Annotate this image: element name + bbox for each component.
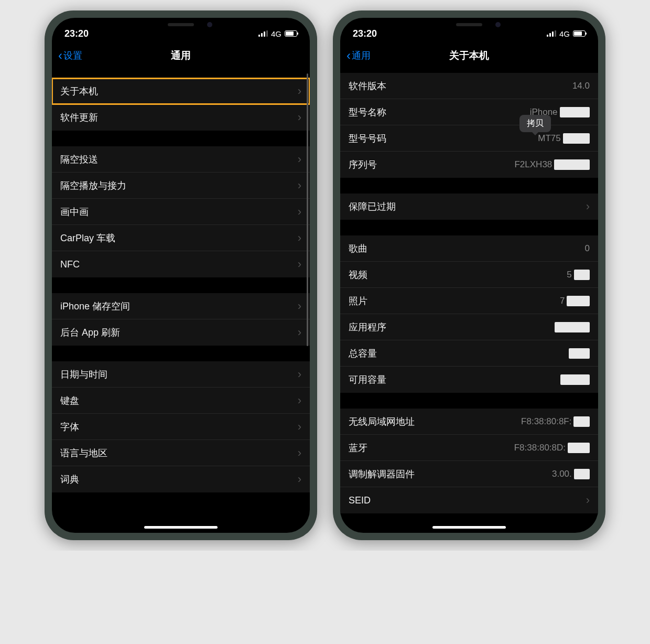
row-label: 蓝牙: [349, 442, 367, 454]
phone-screen-right: 23:20 4G ‹ 通用 关于本机 软件版本14.0型号名称iPhone型号号…: [340, 18, 598, 533]
chevron-right-icon: ›: [298, 446, 301, 460]
notch-icon: [417, 18, 522, 33]
settings-row[interactable]: 软件更新›: [52, 104, 310, 131]
row-label: 调制解调器固件: [349, 468, 415, 480]
row-right: ›: [294, 231, 301, 245]
redacted-block: [574, 469, 590, 479]
chevron-left-icon: ‹: [58, 49, 62, 62]
row-right: ›: [294, 205, 301, 219]
settings-row[interactable]: 保障已过期›: [340, 194, 598, 220]
row-right: ›: [294, 84, 301, 98]
settings-row[interactable]: 总容量: [340, 340, 598, 367]
row-label: 型号名称: [349, 106, 386, 119]
settings-row[interactable]: 照片7: [340, 288, 598, 314]
row-label: 照片: [349, 295, 367, 307]
row-right: [567, 348, 590, 359]
chevron-right-icon: ›: [298, 368, 301, 381]
settings-row[interactable]: iPhone 储存空间›: [52, 293, 310, 319]
notch-icon: [128, 18, 233, 33]
settings-row[interactable]: 字体›: [52, 414, 310, 440]
settings-row[interactable]: 调制解调器固件3.00.: [340, 461, 598, 487]
settings-row[interactable]: 软件版本14.0: [340, 73, 598, 99]
redacted-block: [563, 133, 590, 144]
settings-row[interactable]: 蓝牙F8:38:80:8D:: [340, 435, 598, 461]
row-label: iPhone 储存空间: [60, 300, 130, 313]
settings-row[interactable]: 键盘›: [52, 388, 310, 414]
settings-row[interactable]: 应用程序: [340, 314, 598, 340]
chevron-right-icon: ›: [586, 493, 590, 507]
row-right: ›: [582, 200, 590, 213]
settings-row[interactable]: 型号号码MT75拷贝: [340, 125, 598, 152]
row-label: 软件版本: [349, 80, 386, 92]
settings-row[interactable]: 关于本机›: [52, 78, 310, 104]
settings-row[interactable]: 后台 App 刷新›: [52, 319, 310, 346]
row-label: 总容量: [349, 347, 377, 360]
nav-header: ‹ 设置 通用: [52, 43, 310, 68]
redacted-block: [560, 374, 590, 385]
settings-row[interactable]: 词典›: [52, 466, 310, 492]
scrollbar[interactable]: [307, 73, 308, 528]
signal-icon: [258, 30, 268, 37]
settings-group: 关于本机›软件更新›: [52, 78, 310, 131]
chevron-right-icon: ›: [298, 153, 301, 166]
nav-header: ‹ 通用 关于本机: [340, 43, 598, 68]
chevron-right-icon: ›: [298, 394, 301, 407]
settings-row[interactable]: 无线局域网地址F8:38:80:8F:: [340, 409, 598, 435]
phone-screen-left: 23:20 4G ‹ 设置 通用 关于本机›软件更新›隔空投送›隔空播放与接力›…: [52, 18, 310, 533]
home-indicator-icon[interactable]: [144, 526, 218, 529]
chevron-right-icon: ›: [298, 179, 301, 192]
row-label: 无线局域网地址: [349, 415, 415, 428]
redacted-block: [569, 348, 590, 359]
row-value: 3.00.: [552, 469, 572, 479]
settings-row[interactable]: 语言与地区›: [52, 440, 310, 466]
row-label: 关于本机: [60, 85, 98, 98]
chevron-right-icon: ›: [298, 111, 301, 124]
row-value: F8:38:80:8D:: [514, 443, 566, 453]
settings-group: 日期与时间›键盘›字体›语言与地区›词典›: [52, 361, 310, 493]
settings-row[interactable]: 型号名称iPhone: [340, 99, 598, 125]
settings-row[interactable]: 可用容量: [340, 367, 598, 393]
row-right: MT75: [538, 133, 590, 144]
settings-row[interactable]: 歌曲0: [340, 235, 598, 262]
settings-row[interactable]: CarPlay 车载›: [52, 225, 310, 251]
status-time: 23:20: [64, 28, 89, 39]
status-right: 4G: [258, 29, 297, 38]
home-indicator-icon[interactable]: [432, 526, 506, 529]
row-label: 序列号: [349, 158, 377, 171]
row-label: 软件更新: [60, 111, 98, 124]
row-right: ›: [294, 179, 301, 192]
settings-row[interactable]: NFC›: [52, 251, 310, 277]
settings-row[interactable]: 视频5: [340, 262, 598, 288]
row-label: 应用程序: [349, 321, 386, 334]
row-right: 7: [560, 296, 590, 306]
settings-row[interactable]: SEID›: [340, 487, 598, 513]
copy-tooltip[interactable]: 拷贝: [519, 115, 551, 132]
settings-row[interactable]: 隔空播放与接力›: [52, 173, 310, 199]
back-label: 设置: [63, 49, 82, 62]
row-label: NFC: [60, 259, 80, 270]
phone-frame-right: 23:20 4G ‹ 通用 关于本机 软件版本14.0型号名称iPhone型号号…: [333, 10, 605, 540]
settings-group: 隔空投送›隔空播放与接力›画中画›CarPlay 车载›NFC›: [52, 146, 310, 278]
back-button[interactable]: ‹ 通用: [346, 49, 371, 62]
settings-row[interactable]: 日期与时间›: [52, 361, 310, 388]
chevron-right-icon: ›: [298, 205, 301, 219]
row-label: 保障已过期: [349, 200, 396, 213]
row-value: F8:38:80:8F:: [521, 416, 571, 427]
row-right: ›: [294, 257, 301, 271]
settings-row[interactable]: 画中画›: [52, 199, 310, 225]
page-title: 通用: [171, 49, 191, 62]
row-right: 5: [567, 270, 590, 280]
chevron-left-icon: ‹: [346, 49, 351, 62]
chevron-right-icon: ›: [298, 231, 301, 245]
settings-row[interactable]: 序列号F2LXH38: [340, 152, 598, 178]
row-label: 歌曲: [349, 242, 367, 255]
settings-group: 软件版本14.0型号名称iPhone型号号码MT75拷贝序列号F2LXH38: [340, 72, 598, 178]
back-button[interactable]: ‹ 设置: [58, 49, 82, 62]
about-content[interactable]: 软件版本14.0型号名称iPhone型号号码MT75拷贝序列号F2LXH38保障…: [340, 68, 598, 533]
page-title: 关于本机: [449, 49, 489, 62]
settings-row[interactable]: 隔空投送›: [52, 146, 310, 173]
row-right: F8:38:80:8F:: [521, 416, 590, 427]
row-right: F8:38:80:8D:: [514, 443, 590, 453]
row-label: 画中画: [60, 206, 89, 218]
general-content[interactable]: 关于本机›软件更新›隔空投送›隔空播放与接力›画中画›CarPlay 车载›NF…: [52, 68, 310, 533]
